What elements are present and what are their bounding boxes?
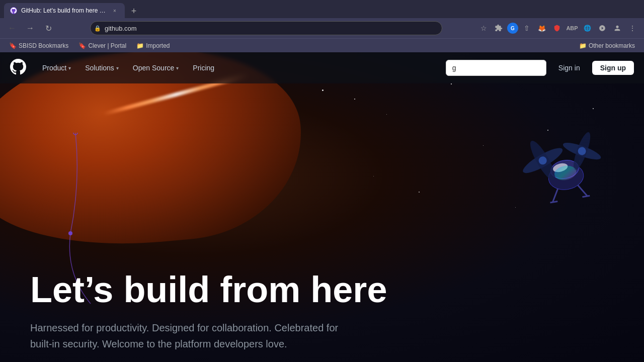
- bookmark-clever-label: Clever | Portal: [88, 42, 126, 49]
- nav-product[interactable]: Product ▾: [36, 61, 77, 75]
- other-bookmarks[interactable]: 📁 Other bookmarks: [575, 41, 639, 50]
- nav-open-source-chevron: ▾: [176, 65, 179, 71]
- tab-title: GitHub: Let's build from here · G: [21, 7, 107, 14]
- bookmark-sbisd-label: SBISD Bookmarks: [19, 42, 68, 49]
- bookmark-sbisd-icon: 🔖: [9, 42, 17, 49]
- site-logo[interactable]: [10, 59, 26, 77]
- google-icon[interactable]: G: [507, 23, 518, 34]
- bookmark-imported[interactable]: 📁 Imported: [132, 41, 174, 50]
- toolbar-actions: ☆ G ⇧ 🦊 ABP 🌐 ⋮: [477, 22, 639, 35]
- nav-product-label: Product: [42, 64, 66, 72]
- tab-close-btn[interactable]: ×: [111, 7, 119, 15]
- address-bar: 🔒: [90, 21, 442, 35]
- nav-open-source-label: Open Source: [133, 64, 175, 72]
- ext-icon-4[interactable]: 🌐: [581, 22, 594, 35]
- browser-chrome: GitHub: Let's build from here · G × + ← …: [0, 0, 644, 52]
- svg-line-9: [578, 184, 587, 197]
- nav-pricing[interactable]: Pricing: [187, 61, 220, 75]
- back-button[interactable]: ←: [5, 21, 19, 35]
- search-input[interactable]: [446, 60, 546, 76]
- nav-pricing-label: Pricing: [193, 64, 214, 72]
- active-tab[interactable]: GitHub: Let's build from here · G ×: [4, 3, 125, 18]
- lock-icon: 🔒: [94, 25, 101, 32]
- bookmark-star-icon[interactable]: ☆: [477, 22, 490, 35]
- share-icon[interactable]: ⇧: [520, 22, 533, 35]
- nav-solutions-chevron: ▾: [116, 65, 119, 71]
- svg-point-15: [68, 231, 72, 235]
- hero-title: Let’s build from here: [30, 270, 387, 310]
- page-content: Product ▾ Solutions ▾ Open Source ▾ Pric…: [0, 52, 644, 362]
- other-bookmarks-label: Other bookmarks: [589, 42, 635, 49]
- other-bookmarks-folder-icon: 📁: [579, 42, 587, 49]
- extension-puzzle-icon[interactable]: [492, 22, 505, 35]
- ext-icon-3[interactable]: ABP: [566, 22, 579, 35]
- profile-icon[interactable]: [611, 22, 624, 35]
- svg-line-8: [550, 189, 560, 202]
- nav-solutions[interactable]: Solutions ▾: [79, 61, 125, 75]
- bookmarks-bar: 🔖 SBISD Bookmarks 🔖 Clever | Portal 📁 Im…: [0, 38, 644, 52]
- svg-line-11: [582, 196, 590, 197]
- nav-right: Sign in Sign up: [446, 60, 634, 76]
- hero-subtitle: Harnessed for productivity. Designed for…: [30, 320, 357, 352]
- toolbar: ← → ↻ 🔒 ☆ G ⇧ 🦊 ABP 🌐: [0, 18, 644, 38]
- ext-icon-1[interactable]: 🦊: [535, 22, 548, 35]
- bookmark-sbisd[interactable]: 🔖 SBISD Bookmarks: [5, 41, 72, 50]
- reload-button[interactable]: ↻: [41, 21, 55, 35]
- drone-image: [488, 93, 614, 218]
- address-input[interactable]: [90, 21, 442, 35]
- signin-button[interactable]: Sign in: [552, 61, 586, 75]
- new-tab-button[interactable]: +: [127, 4, 141, 18]
- tab-bar: GitHub: Let's build from here · G × +: [0, 0, 644, 18]
- hero-section: Let’s build from here Harnessed for prod…: [30, 270, 387, 352]
- ext-icon-2[interactable]: [550, 22, 564, 35]
- svg-line-10: [550, 201, 557, 203]
- bookmark-imported-icon: 📁: [136, 42, 144, 49]
- bookmark-clever[interactable]: 🔖 Clever | Portal: [74, 41, 130, 50]
- bookmark-imported-label: Imported: [146, 42, 170, 49]
- bookmark-clever-icon: 🔖: [78, 42, 86, 49]
- ext-icon-5[interactable]: [596, 22, 609, 35]
- nav-solutions-label: Solutions: [85, 64, 114, 72]
- forward-button[interactable]: →: [23, 21, 37, 35]
- menu-icon[interactable]: ⋮: [626, 22, 639, 35]
- tab-favicon: [10, 7, 17, 14]
- nav-open-source[interactable]: Open Source ▾: [127, 61, 185, 75]
- signup-button[interactable]: Sign up: [592, 61, 634, 75]
- nav-links: Product ▾ Solutions ▾ Open Source ▾ Pric…: [36, 61, 220, 75]
- nav-product-chevron: ▾: [68, 65, 71, 71]
- site-nav: Product ▾ Solutions ▾ Open Source ▾ Pric…: [0, 52, 644, 83]
